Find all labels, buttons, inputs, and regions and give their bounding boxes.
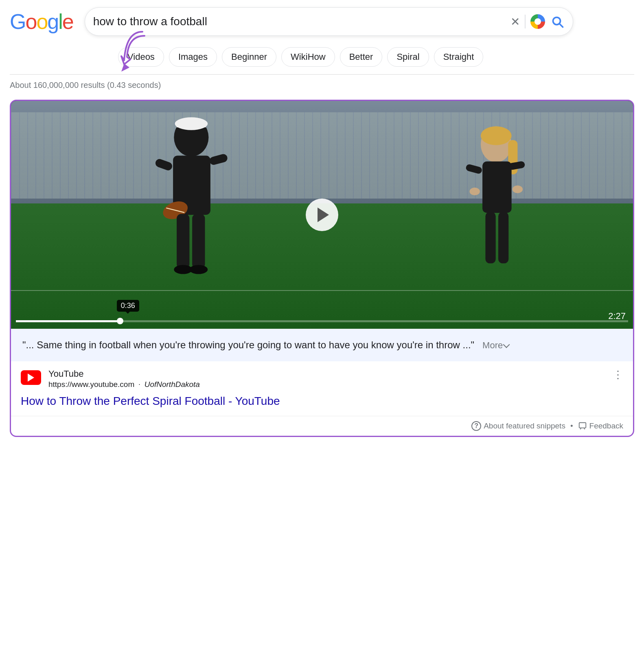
results-count-text: About 160,000,000 results (0.43 seconds) (10, 81, 161, 90)
search-input[interactable]: how to throw a football (93, 15, 506, 28)
svg-rect-22 (498, 212, 508, 263)
close-icon: ✕ (510, 15, 520, 28)
source-url: https://www.youtube.com (48, 380, 134, 389)
source-author: UofNorthDakota (145, 380, 200, 389)
chevron-down-icon (503, 341, 510, 348)
person-right-svg (390, 114, 602, 328)
logo-o2: o (36, 9, 47, 34)
search-bar-wrapper: how to throw a football ✕ (85, 7, 573, 36)
chip-spiral[interactable]: Spiral (387, 47, 429, 67)
google-logo: Google (10, 9, 73, 34)
logo-o1: o (25, 9, 36, 34)
snippet-footer: ? About featured snippets • Feedback (11, 416, 633, 436)
result-title-link[interactable]: How to Throw the Perfect Spiral Football… (11, 393, 633, 416)
play-icon (318, 208, 329, 222)
about-label: About featured snippets (484, 422, 565, 430)
person-right (390, 114, 602, 328)
transcript-area: "... Same thing in football when you're … (11, 329, 633, 361)
video-container[interactable]: 0:36 2:27 (11, 101, 633, 329)
svg-point-12 (190, 265, 208, 274)
about-featured-snippets-link[interactable]: ? About featured snippets (471, 421, 565, 431)
featured-snippet: 0:36 2:27 "... Same thing in football wh… (10, 100, 634, 437)
source-url-row: https://www.youtube.com · UofNorthDakota (48, 380, 605, 389)
play-button[interactable] (306, 199, 338, 231)
svg-point-11 (174, 265, 193, 274)
logo-g2: g (47, 9, 58, 34)
search-button[interactable] (550, 14, 565, 29)
feedback-icon (578, 422, 587, 430)
svg-rect-10 (192, 214, 205, 268)
feedback-link[interactable]: Feedback (578, 422, 623, 430)
chip-images[interactable]: Images (169, 47, 217, 67)
chip-better[interactable]: Better (340, 47, 383, 67)
svg-rect-21 (486, 212, 496, 263)
lens-icon (530, 14, 545, 29)
person-left-svg (61, 101, 322, 329)
logo-e: e (62, 9, 73, 34)
youtube-play-icon (28, 374, 34, 382)
chip-wikihow[interactable]: WikiHow (281, 47, 335, 67)
chip-beginner[interactable]: Beginner (222, 47, 276, 67)
three-dots-button[interactable]: ⋮ (613, 369, 623, 381)
svg-point-19 (470, 188, 480, 195)
question-icon: ? (471, 421, 481, 431)
svg-rect-6 (209, 153, 228, 166)
svg-rect-16 (482, 162, 512, 213)
source-row: YouTube https://www.youtube.com · UofNor… (11, 361, 633, 393)
more-label: More (482, 340, 503, 351)
footer-separator: • (570, 422, 573, 430)
source-meta: YouTube https://www.youtube.com · UofNor… (48, 369, 605, 389)
arrow-annotation (118, 28, 155, 78)
svg-rect-3 (177, 124, 206, 127)
lens-button[interactable] (530, 14, 545, 29)
url-separator: · (138, 381, 140, 388)
transcript-content: "... Same thing in football when you're … (22, 339, 474, 350)
logo-l: l (58, 9, 62, 34)
results-count: About 160,000,000 results (0.43 seconds) (0, 75, 644, 96)
logo-g1: G (10, 9, 25, 34)
svg-marker-0 (121, 63, 129, 72)
svg-rect-5 (154, 158, 173, 172)
three-dots-icon: ⋮ (613, 369, 623, 381)
transcript-text: "... Same thing in football when you're … (22, 338, 622, 352)
person-left (61, 101, 322, 329)
chip-straight[interactable]: Straight (434, 47, 484, 67)
header: Google how to throw a football ✕ (0, 0, 644, 40)
svg-rect-9 (177, 214, 189, 268)
svg-point-14 (481, 127, 512, 145)
svg-rect-17 (465, 164, 483, 175)
svg-rect-23 (579, 422, 586, 428)
youtube-icon (21, 370, 41, 385)
feedback-label: Feedback (589, 422, 623, 430)
divider (525, 15, 526, 28)
clear-button[interactable]: ✕ (510, 15, 520, 28)
search-icon (550, 14, 565, 29)
more-button[interactable]: More (482, 340, 509, 351)
chips-row: Videos Images Beginner WikiHow Better Sp… (0, 40, 644, 74)
arrow-icon (118, 28, 155, 76)
source-name: YouTube (48, 369, 605, 379)
search-bar: how to throw a football ✕ (85, 7, 573, 36)
svg-point-20 (513, 186, 523, 193)
